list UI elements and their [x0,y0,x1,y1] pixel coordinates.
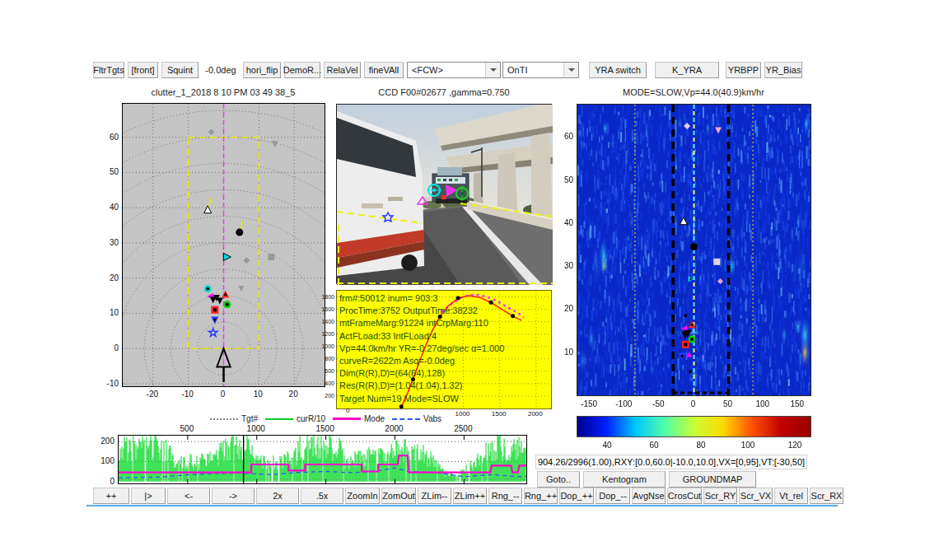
doppler-map-title: MODE=SLOW,Vp=44.0(40.9)km/hr [623,87,764,97]
button-scr-vx[interactable]: Scr_VX [739,488,773,504]
button-groundmap[interactable]: GROUNDMAP [669,471,756,488]
range-doppler-map[interactable] [577,104,811,396]
axis-tick-label: 200 [100,436,114,446]
axis-tick-label: 50 [723,399,732,408]
button-5x[interactable]: .5x [301,488,343,504]
telemetry-line: Vp=44.0km/hr YR=-0.27deg/sec α=1.000 [339,343,504,355]
axis-tick-label: 20 [564,304,573,313]
legend-item-tgt: Tgt# [210,414,258,423]
axis-tick-label: -100 [615,399,632,408]
button-demor[interactable]: DemoR... [284,62,320,78]
button-item[interactable]: -> [212,488,255,504]
button-yra-switch[interactable]: YRA switch [589,62,647,78]
axis-tick-label: 60 [564,132,573,141]
button-squint[interactable]: Squint [161,62,199,78]
button-finevall[interactable]: fineVAll [364,62,404,78]
axis-tick-label: 1600 [321,306,334,311]
axis-tick-label: 1800 [321,293,334,299]
button-zoomin[interactable]: ZoomIn [345,488,380,504]
axis-tick-label: 100 [755,399,769,408]
button-avgnse[interactable]: AvgNse [632,488,666,504]
axis-tick-label: 10 [110,308,119,317]
telemetry-line: ProcTime:3752 OutputTime:38232 [339,305,504,317]
bottom-toolbar: ++|><-->2x.5xZoomInZomOutZLim--ZLim++Rng… [93,488,843,504]
button-zomout[interactable]: ZomOut [381,488,416,504]
button-rng[interactable]: Rng_-- [488,488,522,504]
button-relavel[interactable]: RelaVel [324,62,361,78]
axis-tick-label: 30 [564,261,573,270]
button-kentogram[interactable]: Kentogram [583,471,666,488]
colorbar [577,416,811,437]
axis-tick-label: 80 [696,441,705,450]
chevron-down-icon [563,63,578,77]
axis-tick-label: 10 [254,390,263,399]
telemetry-line: frm#:50012 inum= 903:3 [339,292,504,305]
button-front[interactable]: [front] [128,62,158,78]
telemetry-text-block: frm#:50012 inum= 903:3ProcTime:3752 Outp… [339,292,504,405]
button-k-yra[interactable]: K_YRA [655,62,719,78]
axis-tick-label: 1000 [321,343,334,348]
axis-tick-label: 0 [114,343,119,352]
legend-item-curr-10: curR/10 [265,414,325,423]
clutter-scatter-plot[interactable] [122,103,325,387]
axis-tick-label: -20 [147,390,158,399]
axis-tick-label: 1000 [247,424,265,433]
button-vt-rel[interactable]: Vt_rel [774,488,808,504]
legend-line-sample [333,418,361,420]
button-fcw[interactable]: <FCW> [407,62,501,78]
axis-tick-label: 2000 [385,424,403,433]
telemetry-info-panel: frm#:50012 inum= 903:3ProcTime:3752 Outp… [336,290,552,409]
axis-tick-label: 30 [110,237,119,246]
axis-tick-label: 150 [790,399,804,408]
map-buttons-row: Goto..KentogramGROUNDMAP [537,471,756,488]
ccd-photo-scene [337,105,553,285]
button-dop[interactable]: Dop_-- [596,488,630,504]
legend-item-mode: Mode [333,414,385,423]
axis-tick-label: -10 [181,390,193,399]
axis-tick-label: 100 [741,441,755,450]
axis-tick-label: 20 [289,390,298,399]
ccd-camera-image [336,104,552,284]
button-onti[interactable]: OnTI [502,62,579,78]
axis-tick-label: -10 [107,379,119,388]
axis-tick-label: 2500 [454,424,472,433]
button-dop[interactable]: Dop_++ [559,488,594,504]
axis-tick-label: 1000 [455,410,470,418]
button-zlim[interactable]: ZLim++ [453,488,487,504]
chevron-down-icon [485,63,500,77]
telemetry-line: mtFrameMarg:91224 intCrpMarg:110 [339,317,504,329]
axis-tick-label: 50 [564,175,573,184]
button-hori-flip[interactable]: hori_flip [243,62,281,78]
button-fltrtgts[interactable]: FltrTgts [93,62,124,78]
axis-tick-label: 40 [564,217,573,226]
button-croscut[interactable]: CrosCut [667,488,702,504]
axis-tick-label: 0 [346,407,349,414]
telemetry-line: ActFLoad:33 IntFLoad:4 [339,330,504,343]
button-scr-ry[interactable]: Scr_RY [703,488,737,504]
legend-label: curR/10 [297,414,325,423]
axis-tick-label: 0 [691,399,696,408]
telemetry-line: Target Num=19 Mode=SLOW [339,393,504,405]
button-item[interactable]: <- [167,488,210,504]
button-yr-bias[interactable]: YR_Bias [764,62,802,78]
axis-tick-label: 40 [110,203,119,212]
button-yrbpp[interactable]: YRBPP [726,62,761,78]
axis-tick-label: 100 [100,456,114,465]
axis-tick-label: 600 [325,367,334,373]
button-rng[interactable]: Rng_++ [524,488,558,504]
button-scr-rx[interactable]: Scr_RX [810,488,843,504]
button-item[interactable]: |> [131,488,166,504]
button-goto[interactable]: Goto.. [537,471,580,488]
axis-tick-label: -150 [581,399,597,408]
history-strip-chart[interactable] [118,435,527,484]
window-edge-highlight [86,505,838,506]
legend-line-sample [392,418,420,420]
button-item[interactable]: ++ [93,488,129,504]
button-2x[interactable]: 2x [256,488,299,504]
axis-tick-label: 50 [110,167,119,176]
clutter-plot-title: clutter_1_2018 8 10 PM 03 49 38_5 [152,87,296,97]
axis-tick-label: -50 [652,399,664,408]
legend-item-vabs: Vabs [392,414,441,423]
legend-label: Mode [364,414,385,423]
button-zlim[interactable]: ZLim-- [418,488,451,504]
